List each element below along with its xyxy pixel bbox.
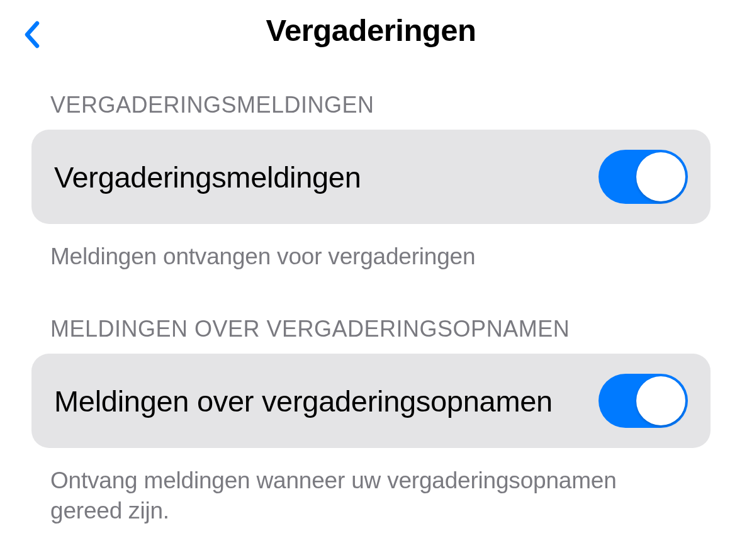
header: Vergaderingen [0,0,742,73]
row-recording-notifications: Meldingen over vergaderingsopnamen [31,354,711,448]
toggle-knob [636,376,685,425]
back-button[interactable] [19,19,44,50]
row-label: Meldingen over vergaderingsopnamen [54,384,586,418]
chevron-left-icon [23,21,40,48]
section-meeting-notifications: VERGADERINGSMELDINGEN Vergaderingsmeldin… [0,73,742,297]
page-title: Vergaderingen [19,13,723,48]
section-header: VERGADERINGSMELDINGEN [31,73,711,130]
section-header: MELDINGEN OVER VERGADERINGSOPNAMEN [31,297,711,354]
toggle-recording-notifications[interactable] [599,374,688,428]
toggle-knob [636,152,685,201]
section-footer: Meldingen ontvangen voor vergaderingen [31,224,711,297]
section-footer: Ontvang meldingen wanneer uw vergadering… [31,448,711,551]
toggle-meeting-notifications[interactable] [599,150,688,204]
row-meeting-notifications: Vergaderingsmeldingen [31,130,711,224]
section-recording-notifications: MELDINGEN OVER VERGADERINGSOPNAMEN Meldi… [0,297,742,551]
row-label: Vergaderingsmeldingen [54,160,586,194]
